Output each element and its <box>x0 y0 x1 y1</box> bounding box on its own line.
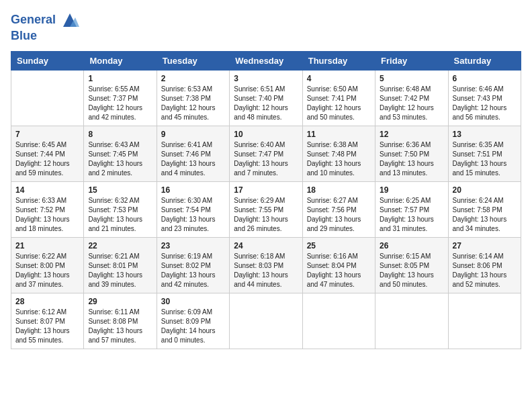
page-header: General Blue <box>11 11 521 43</box>
cell-info: Sunrise: 6:27 AMSunset: 7:56 PMDaylight:… <box>307 196 371 234</box>
day-number: 30 <box>161 297 225 306</box>
calendar-cell: 28Sunrise: 6:12 AMSunset: 8:07 PMDayligh… <box>11 293 84 349</box>
day-number: 22 <box>88 241 152 250</box>
calendar-cell: 9Sunrise: 6:41 AMSunset: 7:46 PMDaylight… <box>157 126 229 181</box>
cell-info: Sunrise: 6:29 AMSunset: 7:55 PMDaylight:… <box>234 196 298 234</box>
day-number: 12 <box>380 130 443 139</box>
cell-info: Sunrise: 6:12 AMSunset: 8:07 PMDaylight:… <box>15 308 79 345</box>
calendar-cell: 23Sunrise: 6:19 AMSunset: 8:02 PMDayligh… <box>157 237 229 293</box>
logo-icon <box>60 11 79 30</box>
calendar-day-header: Saturday <box>448 51 521 70</box>
cell-info: Sunrise: 6:33 AMSunset: 7:52 PMDaylight:… <box>15 196 79 234</box>
calendar-day-header: Monday <box>84 51 157 70</box>
calendar-cell: 16Sunrise: 6:30 AMSunset: 7:54 PMDayligh… <box>157 181 229 237</box>
calendar-week-row: 21Sunrise: 6:22 AMSunset: 8:00 PMDayligh… <box>11 237 521 293</box>
day-number: 1 <box>88 74 152 83</box>
calendar-cell: 14Sunrise: 6:33 AMSunset: 7:52 PMDayligh… <box>11 181 84 237</box>
cell-info: Sunrise: 6:38 AMSunset: 7:48 PMDaylight:… <box>307 140 371 178</box>
cell-info: Sunrise: 6:55 AMSunset: 7:37 PMDaylight:… <box>88 85 152 122</box>
cell-info: Sunrise: 6:15 AMSunset: 8:05 PMDaylight:… <box>380 252 443 289</box>
day-number: 16 <box>161 185 225 195</box>
calendar-day-header: Friday <box>375 51 448 70</box>
cell-info: Sunrise: 6:22 AMSunset: 8:00 PMDaylight:… <box>15 252 79 289</box>
day-number: 7 <box>15 130 79 139</box>
calendar-week-row: 14Sunrise: 6:33 AMSunset: 7:52 PMDayligh… <box>11 181 521 237</box>
cell-info: Sunrise: 6:36 AMSunset: 7:50 PMDaylight:… <box>380 140 443 178</box>
calendar-cell: 10Sunrise: 6:40 AMSunset: 7:47 PMDayligh… <box>230 126 302 181</box>
day-number: 26 <box>380 241 443 250</box>
day-number: 4 <box>307 74 371 83</box>
calendar-cell: 11Sunrise: 6:38 AMSunset: 7:48 PMDayligh… <box>302 126 375 181</box>
calendar-cell: 19Sunrise: 6:25 AMSunset: 7:57 PMDayligh… <box>375 181 448 237</box>
calendar-cell: 18Sunrise: 6:27 AMSunset: 7:56 PMDayligh… <box>302 181 375 237</box>
calendar-cell: 21Sunrise: 6:22 AMSunset: 8:00 PMDayligh… <box>11 237 84 293</box>
day-number: 6 <box>453 74 517 83</box>
calendar-day-header: Sunday <box>11 51 84 70</box>
calendar-day-header: Tuesday <box>157 51 229 70</box>
day-number: 25 <box>307 241 371 250</box>
calendar-cell: 8Sunrise: 6:43 AMSunset: 7:45 PMDaylight… <box>84 126 157 181</box>
cell-info: Sunrise: 6:21 AMSunset: 8:01 PMDaylight:… <box>88 252 152 289</box>
calendar-cell <box>302 293 375 349</box>
cell-info: Sunrise: 6:30 AMSunset: 7:54 PMDaylight:… <box>161 196 225 234</box>
cell-info: Sunrise: 6:25 AMSunset: 7:57 PMDaylight:… <box>380 196 443 234</box>
calendar-cell: 2Sunrise: 6:53 AMSunset: 7:38 PMDaylight… <box>157 70 229 126</box>
day-number: 9 <box>161 130 225 139</box>
calendar-cell: 29Sunrise: 6:11 AMSunset: 8:08 PMDayligh… <box>84 293 157 349</box>
cell-info: Sunrise: 6:45 AMSunset: 7:44 PMDaylight:… <box>15 140 79 178</box>
cell-info: Sunrise: 6:35 AMSunset: 7:51 PMDaylight:… <box>453 140 517 178</box>
day-number: 18 <box>307 185 371 195</box>
cell-info: Sunrise: 6:11 AMSunset: 8:08 PMDaylight:… <box>88 308 152 345</box>
cell-info: Sunrise: 6:14 AMSunset: 8:06 PMDaylight:… <box>453 252 517 289</box>
day-number: 17 <box>234 185 298 195</box>
calendar-cell <box>375 293 448 349</box>
day-number: 29 <box>88 297 152 306</box>
calendar-cell: 6Sunrise: 6:46 AMSunset: 7:43 PMDaylight… <box>448 70 521 126</box>
calendar-cell: 5Sunrise: 6:48 AMSunset: 7:42 PMDaylight… <box>375 70 448 126</box>
calendar-cell: 13Sunrise: 6:35 AMSunset: 7:51 PMDayligh… <box>448 126 521 181</box>
calendar-cell: 26Sunrise: 6:15 AMSunset: 8:05 PMDayligh… <box>375 237 448 293</box>
calendar-cell: 15Sunrise: 6:32 AMSunset: 7:53 PMDayligh… <box>84 181 157 237</box>
day-number: 5 <box>380 74 443 83</box>
day-number: 21 <box>15 241 79 250</box>
day-number: 13 <box>453 130 517 139</box>
calendar-cell: 25Sunrise: 6:16 AMSunset: 8:04 PMDayligh… <box>302 237 375 293</box>
calendar-cell: 4Sunrise: 6:50 AMSunset: 7:41 PMDaylight… <box>302 70 375 126</box>
cell-info: Sunrise: 6:19 AMSunset: 8:02 PMDaylight:… <box>161 252 225 289</box>
cell-info: Sunrise: 6:18 AMSunset: 8:03 PMDaylight:… <box>234 252 298 289</box>
calendar-cell: 20Sunrise: 6:24 AMSunset: 7:58 PMDayligh… <box>448 181 521 237</box>
calendar-header-row: SundayMondayTuesdayWednesdayThursdayFrid… <box>11 51 521 70</box>
cell-info: Sunrise: 6:53 AMSunset: 7:38 PMDaylight:… <box>161 85 225 122</box>
logo-blue-text: Blue <box>11 30 79 43</box>
cell-info: Sunrise: 6:50 AMSunset: 7:41 PMDaylight:… <box>307 85 371 122</box>
cell-info: Sunrise: 6:32 AMSunset: 7:53 PMDaylight:… <box>88 196 152 234</box>
calendar-cell: 24Sunrise: 6:18 AMSunset: 8:03 PMDayligh… <box>230 237 302 293</box>
day-number: 8 <box>88 130 152 139</box>
logo-text: General <box>11 11 79 30</box>
cell-info: Sunrise: 6:24 AMSunset: 7:58 PMDaylight:… <box>453 196 517 234</box>
day-number: 23 <box>161 241 225 250</box>
calendar-cell: 3Sunrise: 6:51 AMSunset: 7:40 PMDaylight… <box>230 70 302 126</box>
day-number: 24 <box>234 241 298 250</box>
calendar-week-row: 7Sunrise: 6:45 AMSunset: 7:44 PMDaylight… <box>11 126 521 181</box>
calendar-cell: 1Sunrise: 6:55 AMSunset: 7:37 PMDaylight… <box>84 70 157 126</box>
day-number: 19 <box>380 185 443 195</box>
calendar-cell: 22Sunrise: 6:21 AMSunset: 8:01 PMDayligh… <box>84 237 157 293</box>
calendar-week-row: 1Sunrise: 6:55 AMSunset: 7:37 PMDaylight… <box>11 70 521 126</box>
calendar-day-header: Wednesday <box>230 51 302 70</box>
day-number: 27 <box>453 241 517 250</box>
cell-info: Sunrise: 6:51 AMSunset: 7:40 PMDaylight:… <box>234 85 298 122</box>
cell-info: Sunrise: 6:41 AMSunset: 7:46 PMDaylight:… <box>161 140 225 178</box>
cell-info: Sunrise: 6:43 AMSunset: 7:45 PMDaylight:… <box>88 140 152 178</box>
calendar-cell: 7Sunrise: 6:45 AMSunset: 7:44 PMDaylight… <box>11 126 84 181</box>
cell-info: Sunrise: 6:09 AMSunset: 8:09 PMDaylight:… <box>161 308 225 345</box>
day-number: 15 <box>88 185 152 195</box>
cell-info: Sunrise: 6:40 AMSunset: 7:47 PMDaylight:… <box>234 140 298 178</box>
calendar-cell: 30Sunrise: 6:09 AMSunset: 8:09 PMDayligh… <box>157 293 229 349</box>
calendar-table: SundayMondayTuesdayWednesdayThursdayFrid… <box>11 51 521 349</box>
cell-info: Sunrise: 6:48 AMSunset: 7:42 PMDaylight:… <box>380 85 443 122</box>
day-number: 14 <box>15 185 79 195</box>
logo: General Blue <box>11 11 79 43</box>
calendar-cell: 27Sunrise: 6:14 AMSunset: 8:06 PMDayligh… <box>448 237 521 293</box>
calendar-day-header: Thursday <box>302 51 375 70</box>
